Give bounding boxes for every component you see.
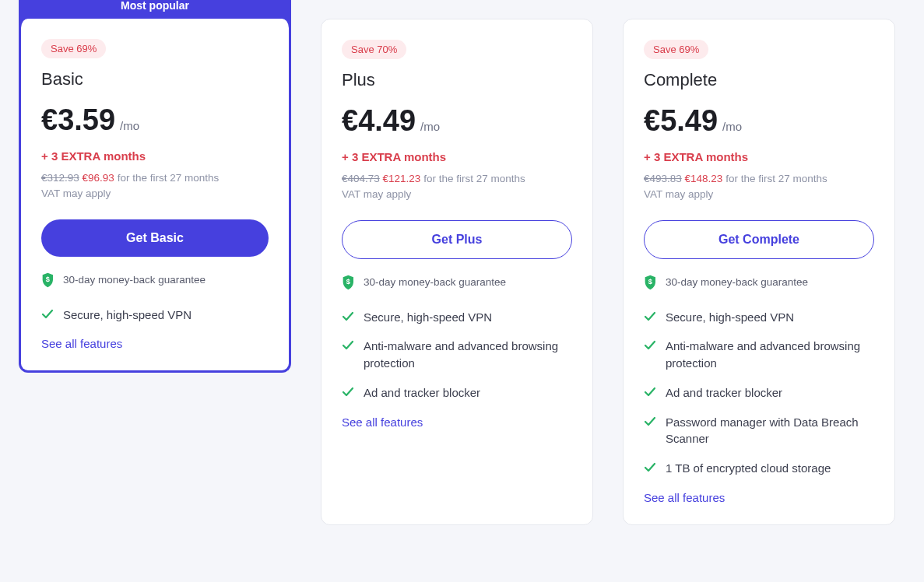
get-basic-button[interactable]: Get Basic [41,219,269,257]
price-per: /mo [120,119,139,132]
shield-icon: $ [644,275,658,290]
plan-card-basic: Save 69% Basic €3.59 /mo + 3 EXTRA month… [19,19,291,373]
get-plus-button[interactable]: Get Plus [342,220,572,259]
feature-text: Secure, high-speed VPN [364,309,492,326]
original-price: €312.93 [41,172,79,184]
save-badge: Save 69% [41,39,106,58]
feature-text: Ad and tracker blocker [364,384,480,401]
feature-text: Password manager with Data Breach Scanne… [666,414,874,448]
feature-text: 1 TB of encrypted cloud storage [666,460,831,477]
plan-card-complete: Save 69% Complete €5.49 /mo + 3 EXTRA mo… [623,19,895,525]
feature-item: Secure, high-speed VPN [644,309,874,326]
plan-name: Plus [342,70,572,90]
price-per: /mo [722,120,742,133]
check-icon [644,461,656,474]
shield-icon: $ [342,275,356,290]
period: for the first 27 months [423,173,525,184]
period: for the first 27 months [725,173,827,184]
svg-text:$: $ [46,275,50,283]
pricing-grid: Most popular Save 69% Basic €3.59 /mo + … [19,19,905,525]
fine-print: €493.83 €148.23 for the first 27 months … [644,171,874,203]
feature-list: Secure, high-speed VPN Anti-malware and … [342,309,572,401]
extra-months: + 3 EXTRA months [41,149,269,163]
extra-months: + 3 EXTRA months [342,150,572,163]
price-per: /mo [420,120,440,133]
price: €4.49 [342,104,416,138]
feature-text: Secure, high-speed VPN [63,307,191,324]
guarantee-row: $ 30-day money-back guarantee [41,272,269,288]
vat-note: VAT may apply [342,188,411,200]
fine-print: €312.93 €96.93 for the first 27 months V… [41,170,269,202]
plan-name: Complete [644,70,874,90]
price: €5.49 [644,104,718,138]
see-all-features-link[interactable]: See all features [644,491,725,504]
check-icon [342,339,354,352]
see-all-features-link[interactable]: See all features [41,337,122,350]
deal-price: €148.23 [685,173,723,184]
guarantee-row: $ 30-day money-back guarantee [644,275,874,290]
get-complete-button[interactable]: Get Complete [644,220,874,259]
plan-card-plus: Save 70% Plus €4.49 /mo + 3 EXTRA months… [321,19,593,525]
feature-list: Secure, high-speed VPN [41,307,269,324]
check-icon [342,386,354,398]
deal-price: €121.23 [383,173,421,184]
price-row: €4.49 /mo [342,104,572,138]
check-icon [41,308,54,321]
feature-item: Anti-malware and advanced browsing prote… [644,338,874,372]
feature-item: Password manager with Data Breach Scanne… [644,414,874,448]
deal-price: €96.93 [83,172,114,184]
price-row: €3.59 /mo [41,103,269,137]
plan-name: Basic [41,69,269,89]
price-row: €5.49 /mo [644,104,874,138]
feature-item: Anti-malware and advanced browsing prote… [342,338,572,372]
svg-text:$: $ [346,278,350,286]
feature-item: Ad and tracker blocker [644,384,874,401]
shield-icon: $ [41,272,55,288]
save-badge: Save 69% [644,40,708,59]
guarantee-row: $ 30-day money-back guarantee [342,275,572,290]
svg-text:$: $ [648,278,652,286]
feature-item: Secure, high-speed VPN [342,309,572,326]
period: for the first 27 months [118,172,220,184]
guarantee-text: 30-day money-back guarantee [666,276,808,288]
vat-note: VAT may apply [644,188,713,200]
extra-months: + 3 EXTRA months [644,150,874,163]
price: €3.59 [41,103,115,137]
check-icon [644,386,656,398]
guarantee-text: 30-day money-back guarantee [63,274,206,286]
original-price: €404.73 [342,173,380,184]
check-icon [342,310,354,323]
see-all-features-link[interactable]: See all features [342,415,423,429]
vat-note: VAT may apply [41,188,111,199]
feature-item: 1 TB of encrypted cloud storage [644,460,874,477]
check-icon [644,415,656,428]
save-badge: Save 70% [342,40,406,59]
check-icon [644,310,656,323]
guarantee-text: 30-day money-back guarantee [364,276,506,288]
feature-text: Secure, high-speed VPN [666,309,794,326]
feature-list: Secure, high-speed VPN Anti-malware and … [644,309,874,477]
feature-item: Secure, high-speed VPN [41,307,269,324]
feature-text: Ad and tracker blocker [666,384,782,401]
fine-print: €404.73 €121.23 for the first 27 months … [342,171,572,203]
feature-text: Anti-malware and advanced browsing prote… [364,338,572,372]
check-icon [644,339,656,352]
original-price: €493.83 [644,173,682,184]
feature-item: Ad and tracker blocker [342,384,572,401]
feature-text: Anti-malware and advanced browsing prote… [666,338,874,372]
